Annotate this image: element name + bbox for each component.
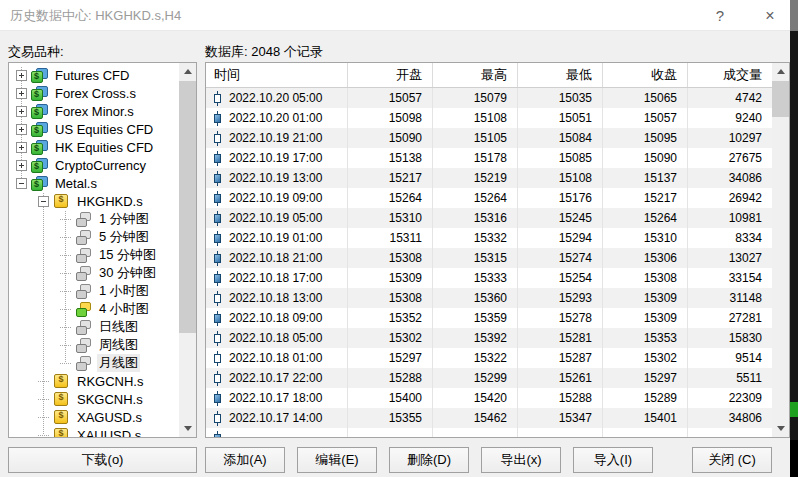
column-header-open[interactable]: 开盘 (348, 63, 433, 87)
table-row[interactable]: 2022.10.18 17:00 15309 15333 15254 15308… (206, 268, 772, 288)
tree-expander (38, 376, 49, 387)
tree-item[interactable]: RKGCNH.s (9, 372, 179, 390)
scroll-up-icon[interactable] (772, 63, 789, 80)
table-row[interactable]: 2022.10.17 18:00 15400 15420 15288 15289… (206, 388, 772, 408)
table-row[interactable]: 2022.10.20 01:00 15098 15108 15051 15057… (206, 108, 772, 128)
table-row[interactable]: 2022.10.17 14:00 15355 15462 15347 15401… (206, 408, 772, 428)
folder-icon (31, 122, 48, 137)
tree-item[interactable]: HK Equities CFD (9, 138, 179, 156)
tree-item-label: 1 分钟图 (97, 210, 151, 228)
tree-item[interactable]: US Equities CFD (9, 120, 179, 138)
tree-item-label: Futures CFD (53, 68, 131, 83)
scroll-down-icon[interactable] (772, 420, 789, 437)
cell-low: 15051 (518, 108, 603, 128)
column-header-low[interactable]: 最低 (518, 63, 603, 87)
candle-icon (213, 91, 222, 106)
tree-item[interactable]: 月线图 (9, 354, 179, 372)
tree-item[interactable]: HKGHKD.s (9, 192, 179, 210)
tree-expander (60, 322, 71, 333)
scroll-up-icon[interactable] (179, 63, 196, 80)
table-row[interactable]: 2022.10.18 01:00 15297 15322 15287 15302… (206, 348, 772, 368)
table-scrollbar-thumb[interactable] (772, 81, 789, 117)
cell-high: 15299 (433, 368, 518, 388)
db-icon (75, 248, 92, 263)
help-button[interactable]: ? (698, 0, 742, 31)
tree-expander[interactable] (16, 124, 27, 135)
tree-expander[interactable] (16, 142, 27, 153)
cell-time: 2022.10.20 01:00 (229, 111, 322, 125)
cell-time: 2022.10.18 17:00 (229, 271, 322, 285)
tree-expander (60, 214, 71, 225)
download-button[interactable]: 下载(o) (8, 447, 197, 473)
close-button[interactable]: 关闭 (C) (692, 447, 772, 473)
table-row[interactable]: 2022.10.19 01:00 15311 15332 15294 15310… (206, 228, 772, 248)
table-row[interactable]: 2022.10.19 05:00 15310 15316 15245 15264… (206, 208, 772, 228)
tree-expander (60, 268, 71, 279)
tree-expander (60, 340, 71, 351)
close-icon[interactable]: × (748, 0, 792, 31)
tree-expander[interactable] (38, 196, 49, 207)
tree-item[interactable]: 15 分钟图 (9, 246, 179, 264)
delete-button[interactable]: 删除(D) (389, 447, 469, 473)
add-button[interactable]: 添加(A) (205, 447, 285, 473)
column-header-high[interactable]: 最高 (433, 63, 518, 87)
table-row[interactable]: 2022.10.19 21:00 15090 15105 15084 15095… (206, 128, 772, 148)
tree-item[interactable]: Metal.s (9, 174, 179, 192)
cell-high: 15332 (433, 228, 518, 248)
cell-open: 15264 (348, 188, 433, 208)
tree-item[interactable]: 4 小时图 (9, 300, 179, 318)
cell-low: 15281 (518, 328, 603, 348)
tree-item[interactable]: 1 小时图 (9, 282, 179, 300)
cell-volume: 33154 (688, 268, 772, 288)
tree-expander[interactable] (16, 178, 27, 189)
column-header-volume[interactable]: 成交量 (688, 63, 772, 87)
import-button[interactable]: 导入(I) (573, 447, 653, 473)
table-row[interactable]: 2022.10.17 22:00 15288 15299 15261 15297… (206, 368, 772, 388)
tree-item[interactable]: 5 分钟图 (9, 228, 179, 246)
tree-item[interactable]: Forex Minor.s (9, 102, 179, 120)
tree-item-label: US Equities CFD (53, 122, 155, 137)
symbols-label: 交易品种: (8, 43, 64, 61)
table-row[interactable]: 2022.10.19 09:00 15264 15264 15176 15217… (206, 188, 772, 208)
tree-item[interactable]: 日线图 (9, 318, 179, 336)
tree-expander[interactable] (16, 70, 27, 81)
tree-item[interactable]: CryptoCurrency (9, 156, 179, 174)
table-row[interactable]: 2022.10.20 05:00 15057 15079 15035 15065… (206, 88, 772, 108)
scroll-down-icon[interactable] (179, 420, 196, 437)
tree-item[interactable]: SKGCNH.s (9, 390, 179, 408)
tree-expander[interactable] (16, 106, 27, 117)
table-row[interactable]: 2022.10.18 05:00 15302 15392 15281 15353… (206, 328, 772, 348)
table-row[interactable] (206, 428, 772, 437)
column-header-close[interactable]: 收盘 (603, 63, 688, 87)
tree-item-label: 月线图 (97, 354, 140, 372)
table-row[interactable]: 2022.10.18 21:00 15308 15315 15274 15306… (206, 248, 772, 268)
cell-low (518, 428, 603, 437)
cell-volume: 27675 (688, 148, 772, 168)
table-scrollbar[interactable] (772, 63, 789, 437)
table-row[interactable]: 2022.10.19 13:00 15217 15219 15108 15137… (206, 168, 772, 188)
tree-expander[interactable] (16, 88, 27, 99)
tree-item[interactable]: XAGUSD.s (9, 408, 179, 426)
tree-scrollbar[interactable] (179, 63, 196, 437)
tree-item[interactable]: 周线图 (9, 336, 179, 354)
cell-close: 15217 (603, 188, 688, 208)
tree-item[interactable]: Forex Cross.s (9, 84, 179, 102)
table-row[interactable]: 2022.10.18 13:00 15308 15360 15293 15309… (206, 288, 772, 308)
cell-open: 15057 (348, 88, 433, 108)
tree-item[interactable]: XAUUSD.s (9, 426, 179, 437)
table-row[interactable]: 2022.10.19 17:00 15138 15178 15085 15090… (206, 148, 772, 168)
column-header-time[interactable]: 时间 (206, 63, 348, 87)
export-button[interactable]: 导出(x) (481, 447, 561, 473)
tree-item[interactable]: Futures CFD (9, 66, 179, 84)
tree-item-label: Forex Minor.s (53, 104, 136, 119)
tree-scrollbar-thumb[interactable] (179, 81, 196, 333)
table-row[interactable]: 2022.10.18 09:00 15352 15359 15278 15309… (206, 308, 772, 328)
tree-item[interactable]: 1 分钟图 (9, 210, 179, 228)
edit-button[interactable]: 编辑(E) (297, 447, 377, 473)
tree-expander[interactable] (16, 160, 27, 171)
cell-close: 15137 (603, 168, 688, 188)
tree-item[interactable]: 30 分钟图 (9, 264, 179, 282)
cell-low: 15287 (518, 348, 603, 368)
db-icon (75, 284, 92, 299)
cell-close: 15065 (603, 88, 688, 108)
